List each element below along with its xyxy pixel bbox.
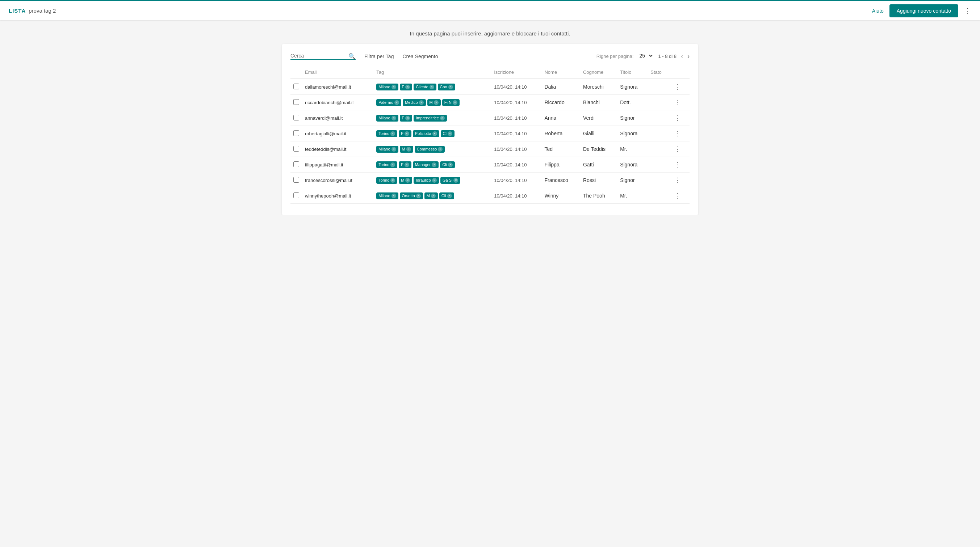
cell-stato <box>648 141 670 157</box>
row-checkbox[interactable] <box>293 115 299 120</box>
tag-remove-icon[interactable]: × <box>391 193 396 198</box>
tag-remove-icon[interactable]: × <box>453 100 457 105</box>
tag-badge: Ga Si× <box>441 177 461 184</box>
tag-remove-icon[interactable]: × <box>448 162 453 167</box>
tag-remove-icon[interactable]: × <box>447 193 452 198</box>
cell-titolo: Mr. <box>617 188 648 204</box>
row-checkbox[interactable] <box>293 84 299 89</box>
tag-badge: F× <box>399 161 411 168</box>
row-menu-button[interactable]: ⋮ <box>673 98 682 106</box>
row-checkbox[interactable] <box>293 192 299 198</box>
cell-email: winnythepooh@mail.it <box>302 188 373 204</box>
tag-remove-icon[interactable]: × <box>404 162 409 167</box>
cell-iscrizione: 10/04/20, 14:10 <box>491 95 541 110</box>
tag-remove-icon[interactable]: × <box>395 100 399 105</box>
tag-remove-icon[interactable]: × <box>430 85 434 89</box>
row-menu-button[interactable]: ⋮ <box>673 83 682 91</box>
crea-segmento-button[interactable]: Crea Segmento <box>402 54 438 59</box>
cell-tags: Milano×F×Imprenditrice× <box>373 110 491 126</box>
col-iscrizione: Iscrizione <box>491 66 541 79</box>
row-menu-button[interactable]: ⋮ <box>673 176 682 184</box>
cell-stato <box>648 188 670 204</box>
tag-remove-icon[interactable]: × <box>416 193 421 198</box>
cell-titolo: Signora <box>617 79 648 95</box>
col-email: Email <box>302 66 373 79</box>
rows-per-page-select[interactable]: 25 50 100 <box>638 52 654 59</box>
tag-badge: F× <box>399 130 411 137</box>
more-options-button[interactable]: ⋮ <box>964 6 971 15</box>
tag-badge: Palermo× <box>376 99 401 106</box>
row-menu-button[interactable]: ⋮ <box>673 161 682 169</box>
tag-remove-icon[interactable]: × <box>433 131 437 136</box>
tag-badge: Cli× <box>439 192 454 199</box>
contacts-table: Email Tag Iscrizione Nome Cognome Titolo… <box>290 66 690 204</box>
tag-badge: Fi N× <box>442 99 460 106</box>
row-checkbox[interactable] <box>293 99 299 105</box>
filter-tag-button[interactable]: Filtra per Tag <box>364 54 394 59</box>
row-checkbox[interactable] <box>293 177 299 183</box>
tag-badge: Milano× <box>376 84 398 90</box>
tag-remove-icon[interactable]: × <box>448 131 452 136</box>
tag-remove-icon[interactable]: × <box>432 178 437 183</box>
cell-cognome: De Teddis <box>580 141 617 157</box>
cell-tags: Milano×M×Commesso× <box>373 141 491 157</box>
cell-tags: Torino×M×Idraulico×Ga Si× <box>373 173 491 188</box>
add-contact-button[interactable]: Aggiungi nuovo contatto <box>889 4 958 17</box>
cell-stato <box>648 126 670 141</box>
aiuto-button[interactable]: Aiuto <box>872 8 884 14</box>
tag-remove-icon[interactable]: × <box>405 116 410 120</box>
header-title: prova tag 2 <box>29 8 56 14</box>
tag-badge: Torino× <box>376 130 397 137</box>
row-checkbox[interactable] <box>293 130 299 136</box>
tag-remove-icon[interactable]: × <box>406 147 411 152</box>
tag-remove-icon[interactable]: × <box>419 100 424 105</box>
prev-page-button[interactable]: ‹ <box>681 52 683 60</box>
tag-remove-icon[interactable]: × <box>391 85 396 89</box>
page-subtitle: In questa pagina puoi inserire, aggiorna… <box>0 20 980 44</box>
cell-nome: Dalia <box>541 79 580 95</box>
cell-iscrizione: 10/04/20, 14:10 <box>491 141 541 157</box>
tag-remove-icon[interactable]: × <box>453 178 458 183</box>
cell-iscrizione: 10/04/20, 14:10 <box>491 79 541 95</box>
col-cognome: Cognome <box>580 66 617 79</box>
tag-remove-icon[interactable]: × <box>404 131 409 136</box>
tag-remove-icon[interactable]: × <box>390 178 395 183</box>
tag-remove-icon[interactable]: × <box>405 85 410 89</box>
cell-iscrizione: 10/04/20, 14:10 <box>491 110 541 126</box>
main-card: 🔍 Filtra per Tag Crea Segmento Righe per… <box>282 44 698 215</box>
tag-remove-icon[interactable]: × <box>440 116 445 120</box>
tag-badge: M× <box>425 192 438 199</box>
tag-remove-icon[interactable]: × <box>391 147 396 152</box>
tag-remove-icon[interactable]: × <box>432 162 436 167</box>
tag-badge: Torino× <box>376 177 397 184</box>
pagination-area: Righe per pagina: 25 50 100 1 - 8 di 8 ‹… <box>597 52 690 60</box>
row-checkbox[interactable] <box>293 146 299 152</box>
row-menu-button[interactable]: ⋮ <box>673 130 682 138</box>
cell-nome: Winny <box>541 188 580 204</box>
row-menu-button[interactable]: ⋮ <box>673 114 682 122</box>
tag-remove-icon[interactable]: × <box>434 100 439 105</box>
tag-remove-icon[interactable]: × <box>390 162 395 167</box>
cell-nome: Ted <box>541 141 580 157</box>
tag-badge: Idraulico× <box>414 177 439 184</box>
tag-remove-icon[interactable]: × <box>431 193 436 198</box>
tag-remove-icon[interactable]: × <box>391 116 396 120</box>
row-menu-button[interactable]: ⋮ <box>673 145 682 153</box>
row-checkbox[interactable] <box>293 161 299 167</box>
cell-email: annaverdi@mail.it <box>302 110 373 126</box>
tag-remove-icon[interactable]: × <box>390 131 395 136</box>
next-page-button[interactable]: › <box>687 52 690 60</box>
cell-titolo: Signor <box>617 110 648 126</box>
row-menu-button[interactable]: ⋮ <box>673 192 682 200</box>
search-input[interactable] <box>290 53 356 59</box>
rows-select-wrap: 25 50 100 <box>638 52 654 60</box>
cell-iscrizione: 10/04/20, 14:10 <box>491 126 541 141</box>
tag-remove-icon[interactable]: × <box>438 147 442 152</box>
tag-badge: M× <box>400 146 413 153</box>
cell-iscrizione: 10/04/20, 14:10 <box>491 173 541 188</box>
tag-badge: Medico× <box>403 99 426 106</box>
cell-stato <box>648 95 670 110</box>
table-row: teddeteddis@mail.itMilano×M×Commesso×10/… <box>290 141 690 157</box>
tag-remove-icon[interactable]: × <box>405 178 410 183</box>
tag-remove-icon[interactable]: × <box>449 85 453 89</box>
